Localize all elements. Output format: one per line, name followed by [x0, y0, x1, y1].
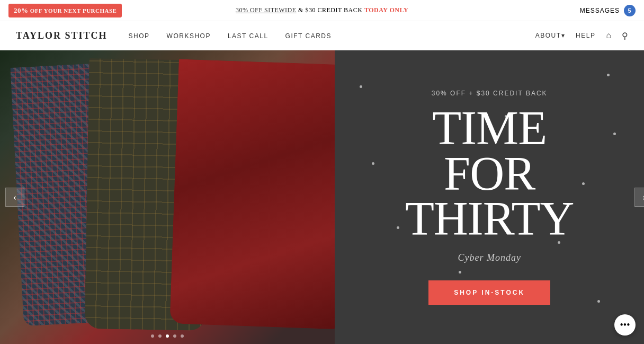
chat-button[interactable]: •••: [614, 314, 636, 336]
hero-headline: TIME FOR THIRTY: [405, 105, 574, 242]
shop-in-stock-button[interactable]: SHOP IN-STOCK: [428, 280, 550, 305]
headline-line3: THIRTY: [405, 196, 574, 242]
nav-about-link[interactable]: ABOUT▾: [535, 32, 565, 39]
chat-icon: •••: [620, 320, 630, 331]
headline-line1: TIME: [405, 105, 574, 151]
coat-red: [169, 59, 335, 330]
today-only-text: TODAY ONLY: [364, 6, 408, 14]
home-icon[interactable]: ⌂: [606, 31, 611, 40]
carousel-dot-4[interactable]: [173, 334, 176, 338]
decor-dot: [372, 162, 374, 165]
decor-dot: [597, 300, 600, 303]
messages-count-badge: 5: [624, 5, 636, 16]
carousel-next-button[interactable]: ›: [634, 188, 644, 207]
carousel-dots: [151, 334, 184, 338]
decor-dot: [360, 85, 362, 88]
site-logo[interactable]: TAYLOR STITCH: [16, 30, 108, 41]
sitewide-link[interactable]: 30% OFF SITEWIDE: [236, 6, 297, 14]
credit-back-text: & $30 CREDIT BACK: [298, 6, 364, 14]
carousel-dot-1[interactable]: [151, 334, 154, 338]
nav-item-gift-cards[interactable]: GIFT CARDS: [285, 31, 332, 40]
decor-dot: [613, 133, 616, 135]
carousel-prev-button[interactable]: ‹: [5, 188, 24, 207]
hero-section: ‹ 30% OFF + $30 CREDIT BACK TIME FOR THI…: [0, 50, 644, 344]
decor-dot: [459, 271, 461, 274]
hero-text-panel: 30% OFF + $30 CREDIT BACK TIME FOR THIRT…: [335, 50, 644, 344]
promo-badge[interactable]: 20% OFF YOUR NEXT PURCHASE: [8, 4, 122, 17]
hero-sub-label: Cyber Monday: [458, 252, 521, 263]
carousel-dot-2[interactable]: [158, 334, 162, 338]
search-icon[interactable]: ⚲: [622, 31, 628, 41]
carousel-dot-3[interactable]: [166, 334, 169, 338]
decor-dot: [582, 182, 585, 185]
decor-dot: [558, 241, 560, 244]
announcement-bar: 20% OFF YOUR NEXT PURCHASE 30% OFF SITEW…: [0, 0, 644, 21]
main-nav: TAYLOR STITCH SHOP WORKSHOP LAST CALL GI…: [0, 21, 644, 50]
carousel-dot-5[interactable]: [181, 334, 184, 338]
nav-links: SHOP WORKSHOP LAST CALL GIFT CARDS: [129, 31, 332, 40]
hero-promo-label: 30% OFF + $30 CREDIT BACK: [432, 90, 548, 97]
nav-right: ABOUT▾ HELP ⌂ ⚲: [535, 31, 628, 41]
hero-image-overlay: [0, 50, 335, 344]
messages-area[interactable]: MESSAGES 5: [580, 5, 636, 16]
nav-item-workshop[interactable]: WORKSHOP: [167, 31, 211, 40]
decor-dot: [607, 74, 610, 76]
decor-dot: [397, 226, 399, 229]
messages-label: MESSAGES: [580, 7, 620, 14]
nav-item-last-call[interactable]: LAST CALL: [228, 31, 269, 40]
promo-badge-text: OFF YOUR NEXT PURCHASE: [30, 7, 117, 14]
promo-pct: 20%: [14, 6, 29, 14]
center-promo: 30% OFF SITEWIDE & $30 CREDIT BACK TODAY…: [236, 6, 408, 14]
headline-line2: FOR: [405, 151, 574, 197]
hero-image-panel: ‹: [0, 50, 335, 344]
nav-help-link[interactable]: HELP: [576, 32, 595, 39]
nav-item-shop[interactable]: SHOP: [129, 31, 150, 40]
